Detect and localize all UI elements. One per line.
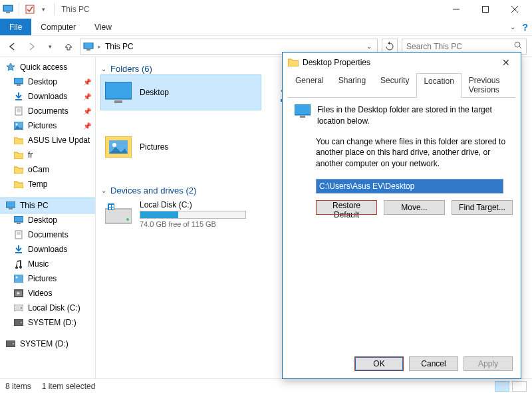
- sidebar-item-documents[interactable]: Documents📌: [0, 104, 95, 118]
- chevron-right-icon: ▸: [98, 43, 101, 50]
- desktop-properties-dialog: Desktop Properties ✕ General Sharing Sec…: [282, 52, 521, 379]
- address-dropdown-icon[interactable]: ⌄: [364, 43, 374, 50]
- tile-local-disk[interactable]: Local Disk (C:) 74.0 GB free of 115 GB: [101, 197, 261, 231]
- cancel-button[interactable]: Cancel: [409, 356, 458, 371]
- svg-rect-59: [112, 207, 114, 209]
- find-target-button[interactable]: Find Target...: [452, 200, 513, 215]
- apply-button[interactable]: Apply: [464, 356, 513, 371]
- folder-icon: [13, 150, 24, 160]
- sidebar-item-label: This PC: [20, 201, 49, 210]
- svg-rect-15: [15, 107, 22, 115]
- svg-point-36: [21, 322, 22, 323]
- pictures-icon: [13, 120, 24, 131]
- svg-rect-54: [105, 209, 132, 223]
- tab-general[interactable]: General: [288, 72, 331, 97]
- back-button[interactable]: [5, 39, 20, 54]
- sidebar-this-pc[interactable]: This PC: [0, 198, 95, 213]
- up-button[interactable]: [61, 39, 76, 54]
- close-button[interactable]: [500, 0, 529, 19]
- sidebar-item-pc-downloads[interactable]: Downloads: [0, 242, 95, 257]
- sidebar-item-pc-documents[interactable]: Documents: [0, 227, 95, 242]
- minimize-button[interactable]: [442, 0, 471, 19]
- svg-rect-22: [9, 208, 13, 209]
- tab-location[interactable]: Location: [416, 73, 461, 98]
- sidebar-item-pc-videos[interactable]: Videos: [0, 286, 95, 301]
- properties-icon[interactable]: [25, 4, 35, 15]
- nav-sidebar: Quick access Desktop📌 Downloads📌 Documen…: [0, 57, 96, 378]
- dialog-tabs: General Sharing Security Location Previo…: [288, 72, 515, 98]
- folder-icon: [13, 164, 24, 175]
- help-icon[interactable]: ?: [522, 22, 528, 33]
- tab-sharing[interactable]: Sharing: [331, 72, 373, 97]
- sidebar-item-label: Documents: [28, 230, 68, 239]
- sidebar-item-pc-pictures[interactable]: Pictures: [0, 271, 95, 286]
- move-button[interactable]: Move...: [384, 200, 445, 215]
- svg-rect-2: [6, 12, 10, 13]
- sidebar-item-pc-desktop[interactable]: Desktop: [0, 213, 95, 227]
- svg-rect-25: [15, 231, 22, 239]
- tab-view[interactable]: View: [85, 19, 121, 35]
- sidebar-item-label: Pictures: [28, 274, 57, 283]
- dialog-body: Files in the Desktop folder are stored i…: [283, 98, 521, 349]
- svg-point-30: [16, 277, 18, 279]
- tab-security[interactable]: Security: [373, 72, 416, 97]
- folder-icon: [13, 179, 24, 190]
- forward-button[interactable]: [24, 39, 39, 54]
- sidebar-item-pc-music[interactable]: Music: [0, 257, 95, 271]
- music-icon: [13, 259, 24, 269]
- sidebar-item-system-d[interactable]: SYSTEM (D:): [0, 315, 95, 330]
- sidebar-item-label: SYSTEM (D:): [20, 339, 68, 348]
- drive-icon: [13, 317, 24, 328]
- ribbon-expand-icon[interactable]: ⌄: [510, 23, 515, 31]
- svg-rect-56: [109, 205, 111, 207]
- svg-rect-57: [112, 205, 114, 207]
- pin-icon: 📌: [83, 108, 91, 115]
- pin-icon: 📌: [83, 93, 91, 100]
- sidebar-item-ocam[interactable]: oCam: [0, 162, 95, 177]
- documents-icon: [13, 106, 24, 116]
- sidebar-quick-access[interactable]: Quick access: [0, 60, 95, 74]
- maximize-button[interactable]: [471, 0, 500, 19]
- dialog-paragraph: You can change where files in this folde…: [295, 136, 509, 170]
- svg-point-60: [126, 218, 129, 221]
- svg-line-11: [519, 47, 521, 49]
- sidebar-item-label: Temp: [28, 180, 47, 189]
- sidebar-item-label: SYSTEM (D:): [28, 318, 76, 327]
- tab-computer[interactable]: Computer: [31, 19, 85, 35]
- location-path-input[interactable]: [316, 179, 503, 194]
- dialog-titlebar[interactable]: Desktop Properties ✕: [283, 53, 521, 72]
- search-input[interactable]: [406, 42, 510, 51]
- tile-desktop[interactable]: Desktop: [101, 75, 261, 110]
- ok-button[interactable]: OK: [354, 356, 404, 371]
- dialog-close-button[interactable]: ✕: [497, 57, 515, 68]
- sidebar-item-desktop[interactable]: Desktop📌: [0, 74, 95, 89]
- recent-dropdown[interactable]: ▾: [43, 39, 57, 54]
- status-bar: 8 items 1 item selected: [0, 378, 532, 393]
- view-large-button[interactable]: [512, 381, 527, 392]
- svg-rect-13: [17, 84, 21, 86]
- drive-label: Local Disk (C:): [140, 200, 246, 209]
- tab-file[interactable]: File: [0, 19, 31, 35]
- qat-dropdown-icon[interactable]: ▾: [38, 4, 49, 15]
- view-details-button[interactable]: [495, 381, 509, 392]
- drive-usage-bar: [140, 211, 246, 219]
- sidebar-item-label: Desktop: [28, 77, 57, 86]
- sidebar-item-local-disk[interactable]: Local Disk (C:): [0, 301, 95, 315]
- sidebar-item-label: ASUS Live Updat: [28, 136, 90, 145]
- tab-previous-versions[interactable]: Previous Versions: [462, 72, 515, 97]
- tile-pictures[interactable]: Pictures: [101, 130, 261, 164]
- sidebar-item-asus[interactable]: ASUS Live Updat: [0, 133, 95, 148]
- pictures-icon: [104, 132, 133, 162]
- svg-rect-3: [26, 5, 34, 13]
- sidebar-system-d-root[interactable]: SYSTEM (D:): [0, 336, 95, 351]
- sidebar-item-downloads[interactable]: Downloads📌: [0, 89, 95, 104]
- folder-icon: [13, 135, 24, 146]
- sidebar-item-pictures[interactable]: Pictures📌: [0, 118, 95, 133]
- dialog-title: Desktop Properties: [303, 58, 370, 67]
- desktop-icon: [295, 104, 311, 127]
- sidebar-item-temp[interactable]: Temp: [0, 177, 95, 192]
- folder-icon: [288, 57, 299, 68]
- chevron-down-icon: ⌄: [101, 187, 106, 194]
- sidebar-item-fr[interactable]: fr: [0, 148, 95, 162]
- restore-default-button[interactable]: Restore Default: [316, 200, 377, 215]
